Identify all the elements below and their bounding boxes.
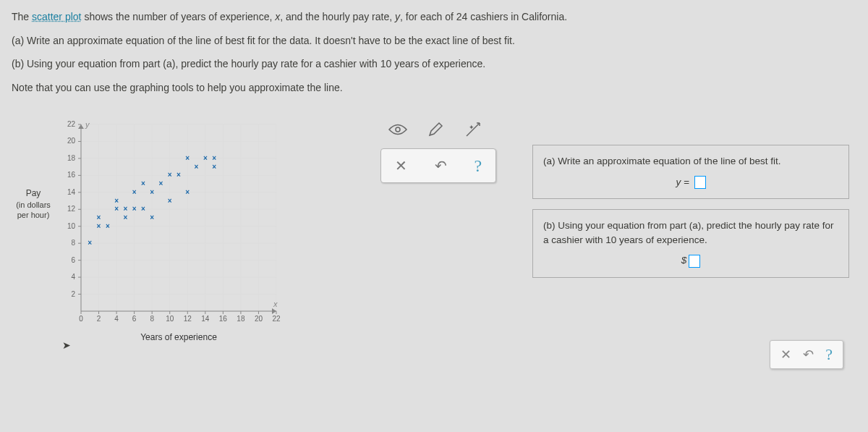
svg-text:x: x (273, 300, 278, 308)
dollar-prefix: $ (681, 255, 687, 266)
intro-post2: , and the hourly pay rate, (280, 11, 395, 22)
answer-column: (a) Write an approximate equation of the… (532, 116, 856, 347)
svg-text:4: 4 (114, 315, 119, 323)
answer-b-post: years of experience. (616, 234, 707, 245)
svg-text:22: 22 (67, 120, 76, 128)
equation-input[interactable] (694, 176, 706, 189)
svg-text:14: 14 (201, 315, 210, 323)
svg-text:2: 2 (97, 315, 101, 323)
svg-text:×: × (168, 197, 172, 205)
svg-text:16: 16 (67, 171, 76, 179)
help-button[interactable]: ? (468, 153, 488, 179)
svg-text:×: × (185, 154, 190, 162)
cursor-icon: ➤ (62, 339, 71, 351)
svg-text:Years of experience: Years of experience (140, 332, 217, 342)
svg-text:×: × (212, 154, 216, 162)
answer-b-years: 10 (605, 234, 616, 245)
answer-a-prompt: (a) Write an approximate equation of the… (543, 154, 838, 169)
intro-pre: The (12, 11, 32, 22)
svg-text:✦: ✦ (469, 124, 475, 131)
svg-text:14: 14 (67, 188, 76, 196)
footer-help-button[interactable]: ? (825, 345, 833, 364)
clear-button[interactable]: ✕ (389, 154, 413, 177)
svg-point-99 (396, 127, 400, 132)
svg-text:×: × (97, 213, 101, 221)
svg-text:×: × (114, 197, 119, 205)
eq-lhs: y = (676, 177, 692, 187)
svg-text:0: 0 (79, 315, 83, 323)
svg-text:22: 22 (272, 315, 281, 323)
svg-text:6: 6 (132, 315, 137, 323)
svg-text:18: 18 (237, 315, 245, 323)
svg-text:4: 4 (71, 273, 75, 281)
svg-text:×: × (203, 154, 208, 162)
footer-reset-button[interactable]: ↶ (803, 347, 814, 363)
intro-post3: , for each of (400, 11, 456, 22)
svg-text:16: 16 (219, 315, 228, 323)
tools-column: ✦ ✕ ↶ ? (380, 116, 525, 347)
svg-text:20: 20 (255, 315, 263, 323)
part-a-text: (a) Write an approximate equation of the… (12, 31, 856, 51)
svg-text:×: × (141, 179, 145, 187)
intro-post: shows the number of years of experience, (82, 11, 276, 22)
footer-clear-button[interactable]: ✕ (780, 347, 791, 363)
svg-text:10: 10 (67, 222, 76, 230)
svg-text:×: × (150, 188, 154, 196)
svg-text:×: × (123, 213, 127, 221)
control-box: ✕ ↶ ? (380, 148, 496, 183)
svg-text:×: × (176, 171, 181, 179)
y-axis-label: Pay (in dollarsper hour) (12, 188, 55, 220)
chart-area: Pay (in dollarsper hour) 024681012141618… (12, 116, 373, 347)
svg-text:2: 2 (71, 290, 75, 298)
prediction-input[interactable] (689, 255, 700, 268)
part-b-years: 10 (380, 58, 392, 69)
svg-text:×: × (132, 206, 137, 213)
svg-text:×: × (123, 206, 127, 213)
svg-text:18: 18 (67, 154, 76, 162)
svg-text:12: 12 (67, 206, 76, 213)
pencil-tool-icon[interactable] (425, 119, 446, 140)
reset-button[interactable]: ↶ (429, 154, 453, 177)
svg-text:20: 20 (67, 137, 76, 145)
svg-text:×: × (141, 206, 145, 213)
svg-text:×: × (106, 222, 110, 230)
svg-text:×: × (88, 240, 92, 247)
svg-text:×: × (195, 163, 199, 171)
n-cashiers: 24 (456, 11, 468, 22)
y-var: y (395, 11, 400, 22)
line-tool-icon[interactable]: ✦ (463, 119, 483, 140)
svg-text:×: × (168, 171, 172, 179)
part-b-post: years of experience. (391, 58, 485, 69)
answer-box-b: (b) Using your equation from part (a), p… (532, 209, 849, 278)
svg-text:10: 10 (166, 315, 174, 323)
svg-text:×: × (132, 188, 137, 196)
scatter-plot[interactable]: 0246810121416182022246810121416182022yx×… (55, 116, 286, 347)
svg-text:×: × (159, 179, 163, 187)
svg-text:8: 8 (71, 240, 75, 247)
answer-box-a: (a) Write an approximate equation of the… (532, 145, 849, 199)
footer-controls: ✕ ↶ ? (770, 340, 843, 369)
intro-post4: cashiers in California. (467, 11, 567, 22)
svg-text:8: 8 (150, 315, 154, 323)
svg-text:×: × (150, 213, 154, 221)
svg-text:12: 12 (184, 315, 192, 323)
eye-tool-icon[interactable] (388, 119, 408, 140)
svg-text:6: 6 (71, 256, 75, 264)
svg-text:×: × (212, 163, 216, 171)
svg-text:×: × (185, 188, 190, 196)
note-text: Note that you can use the graphing tools… (12, 78, 856, 98)
svg-text:×: × (97, 222, 101, 230)
problem-statement: The scatter plot shows the number of yea… (0, 0, 868, 97)
svg-text:×: × (114, 206, 119, 213)
part-b-pre: (b) Using your equation from part (a), p… (12, 58, 380, 69)
scatter-plot-link[interactable]: scatter plot (32, 11, 81, 22)
